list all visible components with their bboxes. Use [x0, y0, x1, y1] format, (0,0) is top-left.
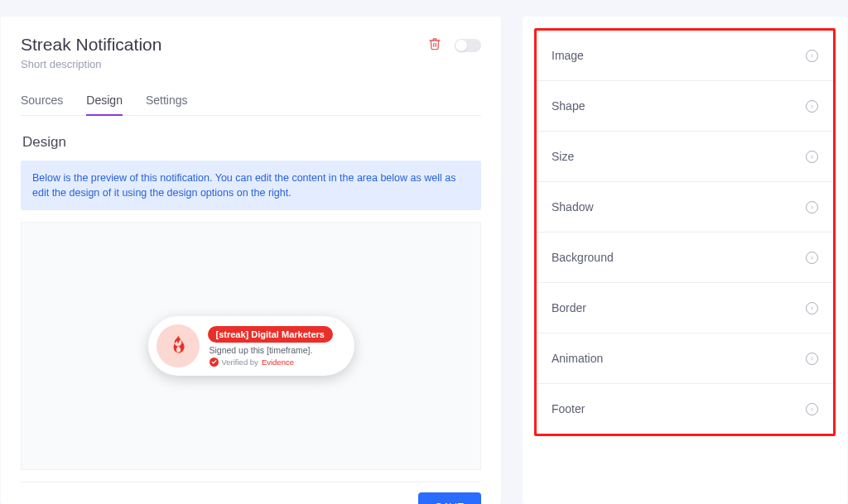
verified-check-icon: [210, 358, 219, 367]
enable-toggle[interactable]: [455, 39, 481, 52]
chevron-right-icon: [806, 302, 818, 314]
verified-prefix: Verified by: [222, 358, 258, 367]
flame-icon: [167, 334, 189, 358]
design-options-accordion: Image Shape Size Shadow Background Borde…: [534, 28, 836, 436]
main-panel: Streak Notification Short description So…: [1, 17, 501, 504]
notification-subtext[interactable]: Signed up this [timeframe].: [208, 345, 336, 355]
notification-footer: Verified by Evidence: [208, 358, 336, 367]
option-shadow[interactable]: Shadow: [537, 182, 833, 233]
option-footer[interactable]: Footer: [537, 384, 833, 434]
section-heading: Design: [22, 134, 481, 151]
chevron-right-icon: [806, 252, 818, 264]
option-label: Image: [552, 49, 584, 62]
tab-design[interactable]: Design: [86, 94, 123, 115]
header: Streak Notification Short description: [21, 35, 481, 70]
save-button[interactable]: SAVE: [418, 492, 481, 504]
tabs: Sources Design Settings: [21, 94, 481, 116]
chevron-right-icon: [806, 151, 818, 163]
option-border[interactable]: Border: [537, 283, 833, 334]
notification-avatar: [157, 324, 200, 367]
chevron-right-icon: [806, 403, 818, 415]
preview-area: [streak] Digital Marketers Signed up thi…: [21, 222, 481, 470]
chevron-right-icon: [806, 201, 818, 214]
option-label: Border: [552, 301, 586, 314]
page-title: Streak Notification: [21, 35, 428, 55]
chevron-right-icon: [806, 100, 818, 113]
chevron-right-icon: [806, 353, 818, 365]
option-label: Background: [552, 251, 614, 264]
design-options-panel: Image Shape Size Shadow Background Borde…: [523, 17, 847, 504]
footer-actions: SAVE: [21, 482, 481, 504]
notification-body: [streak] Digital Marketers Signed up thi…: [208, 326, 336, 367]
page-subtitle: Short description: [21, 58, 428, 70]
option-shape[interactable]: Shape: [537, 81, 833, 132]
option-label: Size: [552, 150, 574, 163]
option-label: Shadow: [552, 200, 594, 214]
option-label: Footer: [552, 402, 585, 415]
option-label: Animation: [552, 352, 603, 365]
info-banner: Below is the preview of this notificatio…: [21, 161, 481, 210]
option-animation[interactable]: Animation: [537, 334, 833, 384]
option-label: Shape: [552, 99, 585, 113]
verified-brand: Evidence: [262, 358, 294, 367]
chevron-right-icon: [806, 50, 818, 62]
tab-sources[interactable]: Sources: [21, 94, 63, 115]
notification-preview[interactable]: [streak] Digital Marketers Signed up thi…: [148, 316, 354, 376]
option-image[interactable]: Image: [537, 31, 833, 81]
notification-headline[interactable]: [streak] Digital Marketers: [208, 326, 333, 343]
delete-icon[interactable]: [428, 36, 441, 55]
option-size[interactable]: Size: [537, 132, 833, 182]
option-background[interactable]: Background: [537, 233, 833, 283]
tab-settings[interactable]: Settings: [146, 94, 188, 115]
